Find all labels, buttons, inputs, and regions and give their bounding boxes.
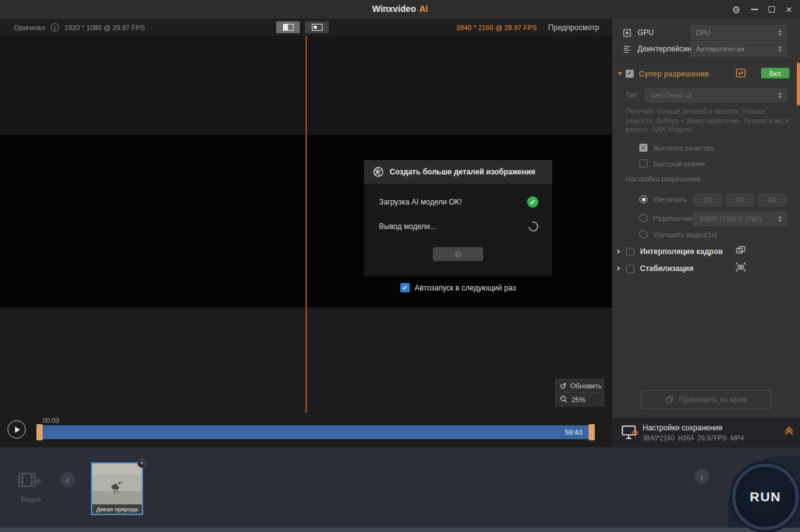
gpu-label: GPU [637,28,654,37]
close-button[interactable]: ✕ [786,6,792,14]
playback-bar: 00:00 59:43 [0,413,612,447]
save-settings-panel[interactable]: ⚙ Настройки сохранения 3840*2160 H264 29… [612,418,800,447]
play-icon [15,427,20,433]
original-resolution: 1920 * 1080 @ 29.97 FPS [65,24,146,31]
zoom-control[interactable]: 25% [555,393,604,407]
divider [612,61,800,61]
duration-label: 59:43 [565,428,582,436]
original-label: Оригинал [14,24,45,31]
current-time: 00:00 [43,417,59,424]
resolution-label: Разрешение [653,215,693,222]
frame-interpolation-icon [735,245,746,255]
ai-model-dialog: Создать больше деталей изображения Загру… [364,160,552,276]
enabled-badge[interactable]: Вкл [761,68,789,78]
select-arrows-icon [778,216,782,222]
zoom-icon [560,395,568,403]
app-window: WinxvideoAI ⚙ ✕ Оригинал i 1920 * 1080 @… [0,0,800,532]
expand-arrow-icon[interactable] [617,266,621,271]
frame-interpolation-checkbox[interactable] [626,248,634,256]
fast-mode-checkbox[interactable] [639,159,648,168]
scale-2x-button[interactable]: 2X [694,194,722,206]
model-run-status: Вывод модели... [379,222,436,231]
maximize-button[interactable] [769,6,775,13]
frame-interpolation-label: Интерполяция кадров [640,247,723,256]
model-type-select[interactable]: Gen Detail v3 [645,88,787,102]
save-settings-title: Настройки сохранения [643,423,722,432]
clip-preview-image [92,464,142,504]
gpu-icon [622,28,632,38]
refresh-button[interactable]: ↺ Обновить [555,379,604,393]
deinterlacing-icon [622,45,632,54]
dialog-title: Создать больше деталей изображения [390,168,535,176]
clip-thumbnail[interactable]: Дикая природа [91,462,143,515]
refresh-icon: ↺ [560,382,567,390]
expand-arrow-icon[interactable] [617,249,621,254]
select-arrows-icon [778,29,782,36]
stabilization-checkbox[interactable] [626,265,634,273]
scroll-right-button[interactable]: › [695,469,709,484]
high-quality-label: Высокого качества [653,144,713,152]
app-name-suffix: AI [419,4,428,14]
stabilization-label: Стабилизация [640,264,693,273]
remove-clip-icon[interactable]: ✕ [137,459,146,468]
gpu-select[interactable]: CPU [691,25,787,40]
upscale-radio[interactable] [639,195,648,203]
dialog-action-button[interactable]: O [433,247,483,261]
settings-gear-icon[interactable]: ⚙ [732,5,740,14]
fast-mode-label: Быстрый режим [653,160,705,168]
save-format-info: 3840*2160 H264 29.97FPS MP4 [643,434,744,442]
video-tab-label: Видео [21,496,41,503]
loading-spinner-icon [526,220,540,233]
deinterlacing-select[interactable]: Автоматически [691,41,787,56]
apply-all-icon [665,395,674,404]
select-arrows-icon [778,46,782,52]
scale-4x-button[interactable]: 4X [758,194,786,206]
deinterlacing-label: Деинтерлейсинг [637,45,695,53]
apply-to-all-button[interactable]: Применить ко всем [641,390,771,409]
trim-start-handle[interactable] [36,424,43,440]
enhance-radio[interactable] [639,230,648,238]
super-resolution-checkbox[interactable]: ✓ [626,70,634,78]
compare-divider[interactable] [306,36,307,413]
settings-panel: GPU CPU Деинтерлейсинг Автоматически ✓ С… [612,19,800,447]
resolution-section-label: Настройка разрешения [626,175,701,183]
minimize-button[interactable] [751,9,758,10]
enhance-label: Улучшить видео(1x) [653,231,717,238]
autorun-label: Автозапуск в следующий раз [415,284,516,292]
super-resolution-title: Супер разрешение [639,70,709,78]
preview-canvas: Создать больше деталей изображения Загру… [0,36,612,413]
resolution-select[interactable]: 1080P (1920 X 1080) [694,212,787,226]
trim-end-handle[interactable] [589,424,595,440]
save-settings-gear-icon: ⚙ [631,429,639,437]
model-description: Получите больше деталей и ясности, больш… [626,107,794,134]
stabilization-camera-icon [735,262,746,272]
output-resolution: 3840 * 2160 @ 29.97 FPS [456,24,537,31]
preview-header: Оригинал i 1920 * 1080 @ 29.97 FPS 3840 … [0,19,612,36]
play-button[interactable] [8,420,26,439]
split-view-button[interactable] [276,21,300,33]
scale-3x-button[interactable]: 3X [726,194,754,206]
scroll-left-button[interactable]: ‹ [60,472,75,487]
zoom-level: 25% [572,396,585,403]
run-button[interactable]: RUN [732,464,799,530]
aperture-logo-icon [373,166,384,178]
app-title: WinxvideoAI [0,4,800,14]
resolution-radio[interactable] [639,214,648,222]
info-icon[interactable]: i [51,23,59,31]
select-arrows-icon [778,92,782,98]
titlebar: WinxvideoAI ⚙ ✕ [0,0,800,19]
high-quality-checkbox[interactable]: ✓ [639,144,648,152]
collapse-arrow-icon[interactable] [617,72,622,75]
autorun-checkbox[interactable]: ✓ [400,283,410,292]
timeline-track[interactable]: 59:43 [43,425,589,439]
app-name: Winxvideo [372,4,416,14]
expand-compare-icon[interactable] [735,68,746,78]
pip-view-button[interactable] [305,21,329,33]
split-view-icon [283,24,294,31]
media-tray: Видео ‹ Дикая природа ✕ › RUN [0,447,800,532]
add-video-icon[interactable] [18,470,43,491]
panel-scrollbar[interactable] [797,63,800,105]
collapse-up-icon[interactable] [786,428,792,437]
preview-label: Предпросмотр [548,23,599,32]
success-check-icon: ✓ [527,196,538,208]
